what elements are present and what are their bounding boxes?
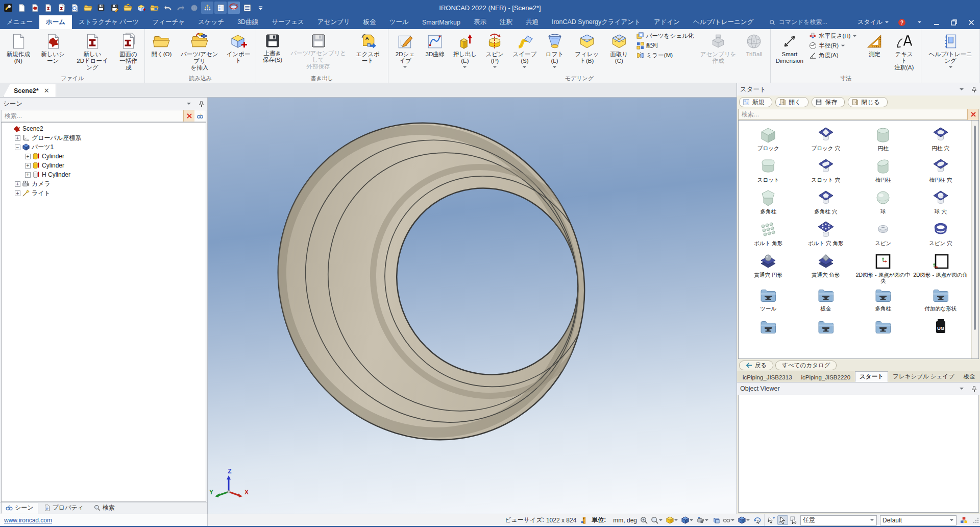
catalog-item-貫通穴 円形[interactable]: 貫通穴 円形 [740,250,797,284]
chevron-down-icon[interactable] [959,386,964,391]
help-chevron[interactable] [912,16,927,29]
catalog-tab-icPiping_JISB2313[interactable]: icPiping_JISB2313 [738,373,797,382]
panel-tab-プロパティ[interactable]: プロパティ [39,502,88,514]
selection-filter-combo[interactable]: 任意 [800,515,877,525]
export-icon[interactable] [148,2,160,14]
chevron-down-icon[interactable] [959,87,964,92]
catalog-item-球 穴[interactable]: 球 穴 [912,187,970,219]
ribbon-button-SmartDimension[interactable]: Smart Dimension [773,31,806,74]
menu-tab-13[interactable]: 注釈 [493,15,519,29]
new-scene-icon[interactable] [29,2,41,14]
select-feature-icon[interactable] [767,516,776,524]
catalog-item-ツール[interactable]: ツール [740,284,797,316]
render-mode-icon[interactable] [737,516,751,524]
menu-tab-17[interactable]: ヘルプ/トレーニング [687,15,760,29]
tree-item-Cylinder[interactable]: +Cylinder [2,152,206,161]
save-edit-icon[interactable] [108,2,120,14]
ribbon-button-測定[interactable]: 測定 [860,31,889,74]
camera-save-icon[interactable] [696,516,710,524]
ribbon-button-2Dシェイプ[interactable]: 2Dシェイプ [390,31,421,74]
insert-part-assembly-icon[interactable] [121,2,134,14]
ribbon-button-水平長さ(H)[interactable]: 水平長さ(H) [807,32,859,40]
catalog-item-楕円柱[interactable]: 楕円柱 [854,155,912,187]
catalog-item-円柱[interactable]: 円柱 [854,124,912,155]
tree-expander[interactable]: + [15,135,20,141]
tree-item-グローバル座標系[interactable]: +グローバル座標系 [2,133,206,142]
ribbon-button-ヘルプ/トレーニング[interactable]: ヘルプ/トレーニング [923,31,977,74]
ribbon-button-新しい2Dドローイング[interactable]: 新しい 2Dドローイング [71,31,114,74]
save-icon[interactable] [95,2,107,14]
menu-tab-5[interactable]: スケッチ [191,15,231,29]
tree-expander[interactable]: + [25,172,31,178]
tree-item-パーツ1[interactable]: −パーツ1 [2,142,206,152]
catalog-tab-フレキシブル シェイプ[interactable]: フレキシブル シェイプ [888,371,959,382]
panel-toggle-icon[interactable] [214,2,227,14]
catalog-item-付加的な形状[interactable]: 付加的な形状 [912,284,970,316]
catalog-item-スピン[interactable]: スピン [854,219,912,250]
ribbon-button-新規作成(N)[interactable]: 新規作成(N) [2,31,35,74]
catalog-item-貫通穴 角形[interactable]: 貫通穴 角形 [797,250,855,284]
catalog-item-ボルト 穴 角形[interactable]: ボルト 穴 角形 [797,219,855,250]
menu-tab-8[interactable]: アセンブリ [311,15,357,29]
ribbon-button-パーツ/アセンブリを挿入[interactable]: パーツ/アセンブリ を挿入 [176,31,223,74]
visual-style-icon[interactable] [722,516,736,524]
ribbon-button-図面の一括作成[interactable]: 図面の 一括作成 [114,31,142,74]
ribbon-button-ミラー(M)[interactable]: ミラー(M) [635,51,696,60]
restore-button[interactable] [946,16,962,29]
catalog-tab-icPiping_JISB2220[interactable]: icPiping_JISB2220 [797,373,855,382]
all-catalogs-button[interactable]: すべてのカタログ [775,361,837,370]
config-manager-icon[interactable] [958,517,970,524]
configuration-combo[interactable]: Default [880,515,957,525]
catalog-item-row7-25[interactable] [797,316,855,347]
qat-overflow-icon[interactable] [254,2,266,14]
tree-item-カメラ[interactable]: +カメラ [2,179,206,188]
camera-tools-icon[interactable] [665,516,679,524]
tree-expander[interactable]: + [25,163,31,169]
import-icon[interactable] [135,2,147,14]
tree-item-Cylinder[interactable]: +Cylinder [2,161,206,170]
orbit-tool-icon[interactable] [752,516,762,524]
catalog-item-2D図形 - 原点が図の角[interactable]: 2D図形 - 原点が図の角 [912,250,970,284]
catalog-scrollbar[interactable] [971,121,978,358]
pin-icon[interactable] [971,87,977,92]
zoom-tools-icon[interactable] [650,516,664,524]
ribbon-button-3D曲線[interactable]: 3D曲線 [421,31,449,74]
advanced-search-icon[interactable] [194,110,206,122]
catalog-item-楕円柱 穴[interactable]: 楕円柱 穴 [912,155,970,187]
catalog-item-多角柱[interactable]: 多角柱 [854,284,912,316]
catalog-item-多角柱 穴[interactable]: 多角柱 穴 [797,187,855,219]
menu-tab-2[interactable]: ホーム [39,15,72,29]
ribbon-button-エクスポート[interactable]: Aエクスポート [350,31,385,74]
catalog-保存-button[interactable]: 保存 [812,97,845,107]
ribbon-button-パーツをシェル化[interactable]: パーツをシェル化 [635,32,696,40]
pin-icon[interactable] [971,386,977,392]
scene-search-box[interactable]: 検索... [1,110,206,122]
catalog-開く-button[interactable]: 開く [775,97,808,107]
menu-tab-11[interactable]: SmartMarkup [415,15,467,29]
resize-grip[interactable] [973,517,979,523]
catalog-item-板金[interactable]: 板金 [797,284,855,316]
tree-expander[interactable]: + [15,181,20,187]
ring-model[interactable]: Z X Y [208,98,737,514]
menu-tab-14[interactable]: 共通 [519,15,545,29]
ribbon-button-半径(R)[interactable]: 半径(R) [807,41,859,50]
new-2d-drawing-icon[interactable] [42,2,54,14]
catalog-item-円柱 穴[interactable]: 円柱 穴 [912,124,970,155]
clear-search-button[interactable] [183,110,194,122]
ribbon-button-押し出し(E)[interactable]: 押し出し(E) [450,31,480,74]
ribbon-button-スピン(P)[interactable]: スピン(P) [480,31,509,74]
catalog-閉じる-button[interactable]: 閉じる [848,97,888,107]
new-document-icon[interactable] [15,2,28,14]
catalog-item-row7-24[interactable] [740,316,797,347]
menu-tab-16[interactable]: アドイン [647,15,687,29]
catalog-item-row7-26[interactable] [854,316,912,347]
select-default-icon[interactable] [777,515,788,525]
ironcad-link[interactable]: www.ironcad.com [0,514,208,526]
3d-viewport[interactable]: Z X Y [208,98,737,514]
render-sphere-icon[interactable] [188,2,200,14]
ribbon-button-上書き保存(S)[interactable]: 上書き 保存(S) [258,31,287,74]
menu-tab-10[interactable]: ツール [383,15,415,29]
tree-expander[interactable]: + [15,190,20,196]
ribbon-button-フィレット(B)[interactable]: フィレット(B) [570,31,604,74]
panel-tab-シーン[interactable]: シーン [1,502,38,514]
